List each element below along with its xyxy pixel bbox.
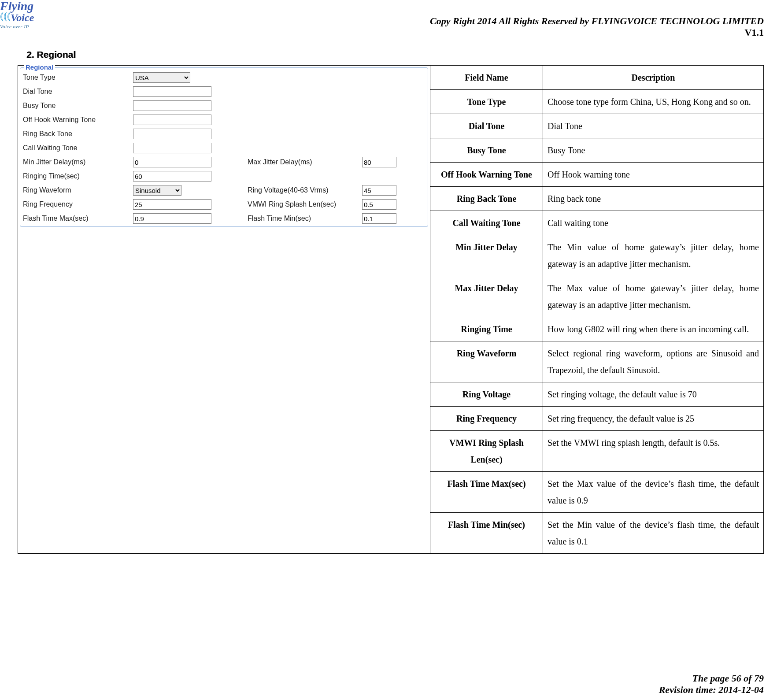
flash-max-input[interactable] <box>133 213 211 224</box>
header-right: Copy Right 2014 All Rights Reserved by F… <box>430 15 764 38</box>
ring-back-label: Ring Back Tone <box>23 130 133 138</box>
tone-type-label: Tone Type <box>23 74 133 81</box>
field-name-cell: Min Jitter Delay <box>430 235 543 276</box>
description-cell-text: The Max value of home gateway’s jitter d… <box>543 276 764 317</box>
flash-min-input[interactable] <box>362 213 396 224</box>
field-name-cell: Busy Tone <box>430 138 543 163</box>
min-jitter-input[interactable] <box>133 157 211 167</box>
table-row: VMWI Ring Splash Len(sec)Set the VMWI ri… <box>430 431 764 472</box>
ringing-time-input[interactable] <box>133 171 211 181</box>
field-name-cell: Flash Time Min(sec) <box>430 513 543 554</box>
logo-tagline: Voice over IP <box>0 24 57 29</box>
revision-time: Revision time: 2014-12-04 <box>659 684 764 696</box>
description-cell-text: Dial Tone <box>543 114 764 138</box>
table-row: Busy ToneBusy Tone <box>430 138 764 163</box>
min-jitter-label: Min Jitter Delay(ms) <box>23 158 133 166</box>
field-name-cell: VMWI Ring Splash Len(sec) <box>430 431 543 472</box>
table-row: Flash Time Max(sec)Set the Max value of … <box>430 472 764 513</box>
vmwi-label: VMWI Ring Splash Len(sec) <box>248 200 362 208</box>
field-name-cell: Call Waiting Tone <box>430 211 543 235</box>
ring-frequency-label: Ring Frequency <box>23 200 133 208</box>
ring-voltage-label: Ring Voltage(40-63 Vrms) <box>248 186 362 194</box>
field-name-cell: Off Hook Warning Tone <box>430 163 543 187</box>
logo: Flying ⦅⦅⦅Voice Voice over IP <box>0 0 57 29</box>
version-text: V1.1 <box>430 27 764 38</box>
call-waiting-input[interactable] <box>133 143 211 153</box>
ring-back-input[interactable] <box>133 129 211 139</box>
description-cell-text: Set the Min value of the device’s flash … <box>543 513 764 554</box>
field-name-cell: Ring Voltage <box>430 382 543 407</box>
description-cell-text: Ring back tone <box>543 187 764 211</box>
copyright-text: Copy Right 2014 All Rights Reserved by F… <box>430 15 764 26</box>
flash-max-label: Flash Time Max(sec) <box>23 215 133 222</box>
table-row: Ring VoltageSet ringing voltage, the def… <box>430 382 764 407</box>
flash-min-label: Flash Time Min(sec) <box>248 215 362 222</box>
screenshot-cell: Regional Tone Type USA Dial Tone Busy To… <box>18 65 430 554</box>
ringing-time-label: Ringing Time(sec) <box>23 172 133 180</box>
page-number: The page 56 of 79 <box>659 673 764 684</box>
description-cell-text: Choose tone type form China, US, Hong Ko… <box>543 90 764 114</box>
description-table: Field Name Description Tone TypeChoose t… <box>430 65 764 554</box>
table-row: Ringing TimeHow long G802 will ring when… <box>430 317 764 341</box>
col-desc: Description <box>543 66 764 90</box>
max-jitter-label: Max Jitter Delay(ms) <box>248 158 362 166</box>
tone-type-select[interactable]: USA <box>133 72 190 83</box>
table-row: Ring FrequencySet ring frequency, the de… <box>430 407 764 431</box>
field-name-cell: Max Jitter Delay <box>430 276 543 317</box>
description-cell-text: Set ring frequency, the default value is… <box>543 407 764 431</box>
table-row: Max Jitter DelayThe Max value of home ga… <box>430 276 764 317</box>
section-title: 2. Regional <box>26 49 76 60</box>
footer: The page 56 of 79 Revision time: 2014-12… <box>659 673 764 696</box>
field-name-cell: Ringing Time <box>430 317 543 341</box>
max-jitter-input[interactable] <box>362 157 396 167</box>
vmwi-input[interactable] <box>362 199 396 210</box>
col-field: Field Name <box>430 66 543 90</box>
description-cell-text: Call waiting tone <box>543 211 764 235</box>
field-name-cell: Ring Back Tone <box>430 187 543 211</box>
ring-waveform-label: Ring Waveform <box>23 186 133 194</box>
busy-tone-label: Busy Tone <box>23 102 133 110</box>
description-cell-text: Set ringing voltage, the default value i… <box>543 382 764 407</box>
table-row: Ring Back ToneRing back tone <box>430 187 764 211</box>
dial-tone-input[interactable] <box>133 86 211 97</box>
table-row: Dial ToneDial Tone <box>430 114 764 138</box>
off-hook-label: Off Hook Warning Tone <box>23 116 133 124</box>
description-cell-text: Select regional ring waveform, options a… <box>543 341 764 382</box>
table-row: Tone TypeChoose tone type form China, US… <box>430 90 764 114</box>
regional-fieldset: Regional Tone Type USA Dial Tone Busy To… <box>20 67 428 227</box>
field-name-cell: Ring Frequency <box>430 407 543 431</box>
table-row: Ring WaveformSelect regional ring wavefo… <box>430 341 764 382</box>
field-name-cell: Ring Waveform <box>430 341 543 382</box>
table-row: Min Jitter DelayThe Min value of home ga… <box>430 235 764 276</box>
description-cell: Field Name Description Tone TypeChoose t… <box>430 65 764 554</box>
description-cell-text: Set the VMWI ring splash length, default… <box>543 431 764 472</box>
field-name-cell: Flash Time Max(sec) <box>430 472 543 513</box>
ring-voltage-input[interactable] <box>362 185 396 196</box>
field-name-cell: Dial Tone <box>430 114 543 138</box>
table-row: Flash Time Min(sec)Set the Min value of … <box>430 513 764 554</box>
field-name-cell: Tone Type <box>430 90 543 114</box>
description-cell-text: The Min value of home gateway’s jitter d… <box>543 235 764 276</box>
call-waiting-label: Call Waiting Tone <box>23 144 133 152</box>
table-row: Call Waiting ToneCall waiting tone <box>430 211 764 235</box>
table-row: Off Hook Warning ToneOff Hook warning to… <box>430 163 764 187</box>
description-cell-text: How long G802 will ring when there is an… <box>543 317 764 341</box>
off-hook-input[interactable] <box>133 115 211 125</box>
description-cell-text: Off Hook warning tone <box>543 163 764 187</box>
dial-tone-label: Dial Tone <box>23 88 133 96</box>
fieldset-legend: Regional <box>24 63 55 71</box>
description-cell-text: Busy Tone <box>543 138 764 163</box>
description-cell-text: Set the Max value of the device’s flash … <box>543 472 764 513</box>
ring-frequency-input[interactable] <box>133 199 211 210</box>
busy-tone-input[interactable] <box>133 100 211 111</box>
ring-waveform-select[interactable]: Sinusoid <box>133 185 181 196</box>
